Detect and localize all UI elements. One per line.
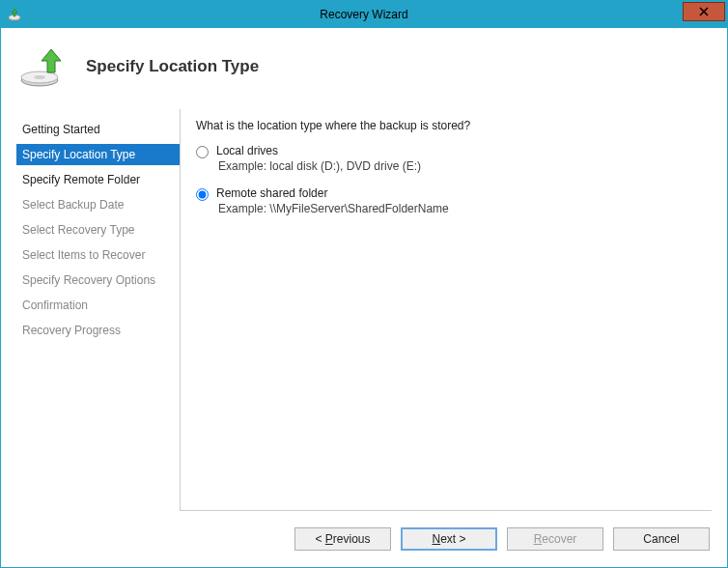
wizard-content: What is the location type where the back… xyxy=(181,109,712,511)
wizard-footer: < PreviousNext >RecoverCancel xyxy=(1,511,727,567)
page-title: Specify Location Type xyxy=(86,57,259,76)
svg-point-6 xyxy=(34,75,45,79)
wizard-step: Recovery Progress xyxy=(16,320,180,341)
wizard-step[interactable]: Getting Started xyxy=(16,119,180,140)
wizard-step[interactable]: Specify Remote Folder xyxy=(16,169,180,190)
option-remote[interactable]: Remote shared folderExample: \\MyFileSer… xyxy=(196,186,706,215)
next-button[interactable]: Next > xyxy=(401,527,497,551)
recovery-icon xyxy=(18,45,67,88)
wizard-body: Getting StartedSpecify Location TypeSpec… xyxy=(1,109,727,511)
window-title: Recovery Wizard xyxy=(1,8,727,21)
wizard-step: Select Recovery Type xyxy=(16,219,180,241)
option-label: Remote shared folder xyxy=(216,186,449,200)
cancel-button[interactable]: Cancel xyxy=(613,527,710,551)
close-button[interactable] xyxy=(683,2,725,21)
option-remote-radio[interactable] xyxy=(196,188,209,201)
wizard-step: Specify Recovery Options xyxy=(16,270,180,291)
content-prompt: What is the location type where the back… xyxy=(196,119,706,132)
wizard-step: Confirmation xyxy=(16,295,180,316)
wizard-step: Select Items to Recover xyxy=(16,244,180,266)
option-body: Remote shared folderExample: \\MyFileSer… xyxy=(216,186,449,215)
wizard-steps: Getting StartedSpecify Location TypeSpec… xyxy=(16,109,181,511)
close-icon xyxy=(699,7,709,16)
app-icon xyxy=(7,7,22,22)
option-label: Local drives xyxy=(216,144,421,157)
option-example: Example: local disk (D:), DVD drive (E:) xyxy=(216,159,421,173)
wizard-step: Select Backup Date xyxy=(16,194,180,215)
location-type-options: Local drivesExample: local disk (D:), DV… xyxy=(196,144,706,215)
option-local-radio[interactable] xyxy=(196,146,209,158)
wizard-step[interactable]: Specify Location Type xyxy=(16,144,180,165)
option-local[interactable]: Local drivesExample: local disk (D:), DV… xyxy=(196,144,706,173)
previous-button[interactable]: < Previous xyxy=(294,527,391,551)
option-example: Example: \\MyFileServer\SharedFolderName xyxy=(216,202,449,215)
titlebar: Recovery Wizard xyxy=(1,1,727,28)
wizard-header: Specify Location Type xyxy=(1,28,727,109)
option-body: Local drivesExample: local disk (D:), DV… xyxy=(216,144,421,173)
wizard-window: Recovery Wizard Specify Location Type Ge… xyxy=(0,0,728,568)
recover-button: Recover xyxy=(507,527,603,551)
